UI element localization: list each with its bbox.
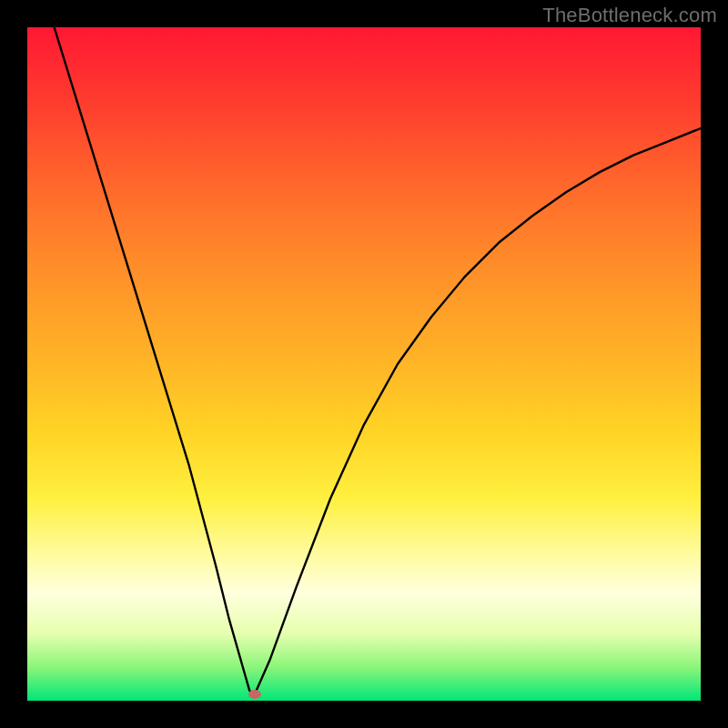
bottleneck-curve (55, 27, 701, 694)
chart-frame: TheBottleneck.com (0, 0, 728, 728)
curve-svg (27, 27, 701, 701)
optimal-point-marker (248, 690, 261, 699)
watermark-text: TheBottleneck.com (542, 4, 717, 27)
plot-area (27, 27, 701, 701)
